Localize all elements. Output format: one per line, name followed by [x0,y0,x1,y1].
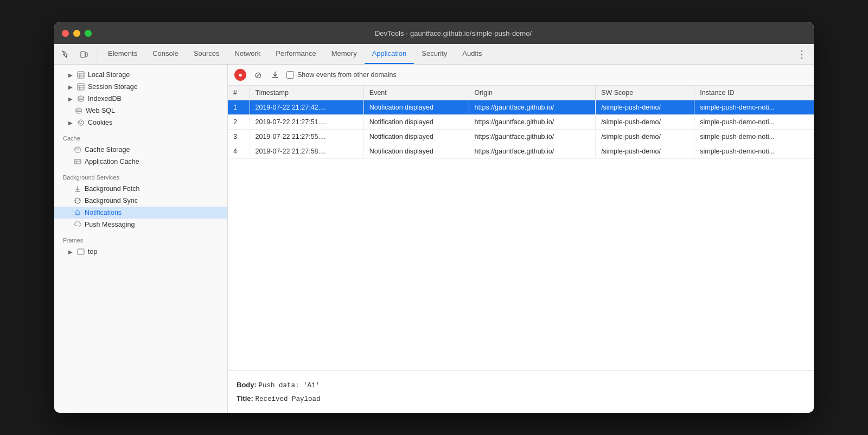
cell-num: 1 [228,100,250,115]
table-row[interactable]: 22019-07-22 21:27:51....Notification dis… [228,115,814,130]
cell-event: Notification displayed [363,100,469,115]
col-sw-scope: SW Scope [596,86,694,100]
title-value: Received Payload [255,395,320,403]
sidebar-item-background-sync[interactable]: Background Sync [54,195,227,207]
inspector-icon[interactable] [59,47,73,61]
cell-event: Notification displayed [363,130,469,144]
bell-icon [74,209,81,216]
show-other-domains-checkbox[interactable] [286,71,294,79]
sidebar-item-notifications[interactable]: Notifications [54,207,227,219]
maximize-button[interactable] [85,30,92,37]
traffic-lights [62,30,92,37]
more-options-button[interactable]: ⋮ [794,44,809,64]
show-other-domains-row: Show events from other domains [286,71,397,79]
cell-num: 3 [228,130,250,144]
title-label: Title: [237,394,253,402]
frame-icon [77,248,85,255]
device-icon[interactable] [77,47,91,61]
sidebar: ▶ Local Storage ▶ Session Storage ▶ Inde… [54,65,228,413]
sync-icon [74,197,81,204]
sidebar-item-indexeddb[interactable]: ▶ IndexedDB [54,93,227,105]
tab-memory[interactable]: Memory [324,44,365,64]
cell-origin: https://gauntface.github.io/ [469,130,596,144]
tab-performance[interactable]: Performance [268,44,323,64]
cell-timestamp: 2019-07-22 21:27:51.... [250,115,363,130]
table-row[interactable]: 12019-07-22 21:27:42....Notification dis… [228,100,814,115]
sidebar-item-local-storage[interactable]: ▶ Local Storage [54,69,227,81]
col-instance-id: Instance ID [694,86,814,100]
svg-point-14 [81,121,82,122]
devtools-window: DevTools - gauntface.github.io/simple-pu… [54,22,814,413]
svg-rect-23 [78,249,84,254]
body-detail: Body: Push data: 'A1' [237,379,805,392]
main-panel: ● ⊘ Show events from other domains # Tim… [228,65,814,413]
cell-sw-scope: /simple-push-demo/ [596,130,694,144]
sidebar-item-background-fetch[interactable]: Background Fetch [54,183,227,195]
chevron-right-icon: ▶ [67,119,74,126]
download-button[interactable] [269,69,281,81]
cell-instance-id: simple-push-demo-noti... [694,100,814,115]
table-icon [77,71,85,79]
table-header-row: # Timestamp Event Origin SW Scope Instan… [228,86,814,100]
cell-timestamp: 2019-07-22 21:27:42.... [250,100,363,115]
sidebar-item-top[interactable]: ▶ top [54,246,227,258]
chevron-right-icon: ▶ [67,95,74,102]
clear-button[interactable]: ⊘ [252,69,264,81]
sidebar-item-cookies[interactable]: ▶ Cookies [54,117,227,129]
window-title: DevTools - gauntface.github.io/simple-pu… [100,29,806,37]
cell-sw-scope: /simple-push-demo/ [596,100,694,115]
body-value: Push data: 'A1' [258,382,320,389]
tab-elements[interactable]: Elements [100,44,145,64]
tab-sources[interactable]: Sources [186,44,227,64]
sidebar-item-session-storage[interactable]: ▶ Session Storage [54,81,227,93]
sidebar-item-cache-storage[interactable]: Cache Storage [54,144,227,156]
notifications-table: # Timestamp Event Origin SW Scope Instan… [228,86,814,159]
chevron-right-icon: ▶ [67,248,74,255]
table-icon [77,83,85,91]
tab-security[interactable]: Security [414,44,455,64]
cookie-icon [77,119,85,126]
titlebar: DevTools - gauntface.github.io/simple-pu… [54,22,814,44]
cell-num: 4 [228,144,250,159]
svg-rect-1 [85,53,87,56]
svg-point-11 [76,108,81,110]
devtools-tab-bar: Elements Console Sources Network Perform… [54,44,814,65]
record-button[interactable]: ● [234,69,246,81]
cell-instance-id: simple-push-demo-noti... [694,130,814,144]
cell-timestamp: 2019-07-22 21:27:55.... [250,130,363,144]
cell-sw-scope: /simple-push-demo/ [596,115,694,130]
devtools-body: ▶ Local Storage ▶ Session Storage ▶ Inde… [54,65,814,413]
svg-point-10 [78,96,84,98]
notifications-table-container: # Timestamp Event Origin SW Scope Instan… [228,86,814,371]
table-row[interactable]: 32019-07-22 21:27:55....Notification dis… [228,130,814,144]
svg-rect-0 [81,52,85,57]
tab-audits[interactable]: Audits [455,44,489,64]
chevron-right-icon: ▶ [67,72,74,78]
table-row[interactable]: 42019-07-22 21:27:58....Notification dis… [228,144,814,159]
sidebar-item-push-messaging[interactable]: Push Messaging [54,219,227,231]
sidebar-item-web-sql[interactable]: Web SQL [54,105,227,117]
svg-point-13 [79,121,80,123]
svg-point-16 [75,147,80,149]
body-label: Body: [237,381,257,389]
cell-num: 2 [228,115,250,130]
cell-instance-id: simple-push-demo-noti... [694,144,814,159]
sidebar-item-application-cache[interactable]: Application Cache [54,156,227,168]
chevron-right-icon: ▶ [67,84,74,90]
tab-console[interactable]: Console [145,44,186,64]
appcache-icon [74,158,81,165]
notifications-toolbar: ● ⊘ Show events from other domains [228,65,814,86]
cache-section-label: Cache [54,129,227,144]
bg-services-label: Background Services [54,168,227,183]
minimize-button[interactable] [73,30,80,37]
col-num: # [228,86,250,100]
svg-rect-2 [78,72,84,78]
svg-point-12 [78,120,84,125]
tab-application[interactable]: Application [365,44,414,64]
title-detail: Title: Received Payload [237,392,805,406]
col-origin: Origin [469,86,596,100]
close-button[interactable] [62,30,69,37]
cell-timestamp: 2019-07-22 21:27:58.... [250,144,363,159]
tab-network[interactable]: Network [227,44,269,64]
col-timestamp: Timestamp [250,86,363,100]
